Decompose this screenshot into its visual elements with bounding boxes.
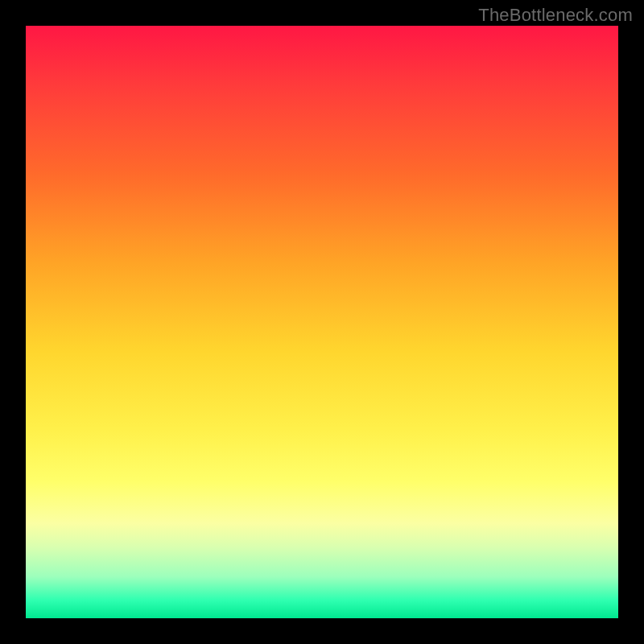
watermark-text: TheBottleneck.com [478,5,633,26]
plot-area [26,26,618,618]
chart-frame: TheBottleneck.com [0,0,644,644]
gradient-background [26,26,618,618]
